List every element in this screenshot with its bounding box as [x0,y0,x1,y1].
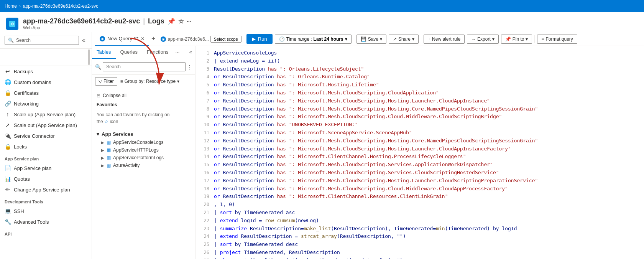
breadcrumb-home[interactable]: Home [5,3,17,9]
code-line: 9or ResultDescription has ": Microsoft.M… [196,113,644,121]
table-item-http-logs[interactable]: ▶ ▦ AppServiceHTTPLogs [92,146,195,154]
sidebar-item-app-service-plan[interactable]: 📄 App Service plan [0,163,92,173]
tab-functions[interactable]: Functions [142,46,173,59]
sidebar-item-scale-up[interactable]: ↑ Scale up (App Service plan) [0,109,92,120]
filter-button[interactable]: ▽ Filter [95,77,117,86]
pin-icon[interactable]: 📌 [168,18,175,25]
line-content: or ResultDescription has ": Microsoft.Me… [214,113,502,121]
line-number: 19 [199,193,209,200]
collapse-all-button[interactable]: ⊟ Collapse all [92,91,131,100]
line-number: 6 [199,89,209,97]
tab-tables[interactable]: Tables [92,46,116,59]
line-content: or ResultDescription has ": Microsoft.Sc… [214,129,412,137]
add-tab-button[interactable]: + [149,35,158,43]
sidebar-item-advanced-tools[interactable]: 🔧 Advanced Tools [0,216,92,227]
app-service-plan-icon: 📄 [5,165,11,171]
sidebar-search-box[interactable]: 🔍 Search [5,36,79,45]
code-line: 5or ResultDescription has ": Microsoft.H… [196,81,644,89]
sidebar-item-custom-domains[interactable]: 🌐 Custom domains [0,77,92,87]
table-icon: ▦ [107,163,111,168]
share-icon: ↗ [393,36,397,42]
table-item-azure-activity[interactable]: ▶ ▦ AzureActivity [92,162,195,169]
line-number: 13 [199,145,209,153]
panel-search-input[interactable] [103,62,186,71]
breadcrumb: Home › app-ma-276dc3e69e614cb2-eu2-svc [5,3,98,9]
table-item-platform-logs[interactable]: ▶ ▦ AppServicePlatformLogs [92,154,195,162]
time-range-button[interactable]: 🕐 Time range : Last 24 hours ▾ [275,35,352,44]
app-services-section: ▾ App Services ▶ ▦ AppServiceConsoleLogs… [92,128,195,171]
code-line: 2| extend newLog = iif( [196,57,644,65]
line-number: 21 [199,209,209,216]
line-content: or ResultDescription has ": Orleans.Runt… [214,73,370,81]
tab-queries[interactable]: Queries [116,46,143,59]
code-line: 22| extend logId = row_cumsum(newLog) [196,217,644,225]
sidebar-item-scale-out[interactable]: ↗ Scale out (App Service plan) [0,120,92,130]
sidebar-item-ssh[interactable]: 💻 SSH [0,206,92,216]
panel-tabs: Tables Queries Functions ··· « [92,46,195,59]
more-options-icon[interactable]: ··· [187,18,191,25]
certificates-icon: 🔒 [5,90,11,96]
sidebar-item-certificates[interactable]: 🔒 Certificates [0,87,92,98]
select-scope-button[interactable]: Select scope [210,36,242,43]
pin-to-button[interactable]: 📌 Pin to ▾ [501,35,532,44]
star-icon[interactable]: ☆ [178,18,184,25]
save-button[interactable]: 💾 Save ▾ [356,35,386,44]
collapse-all-icon: ⊟ [97,93,100,98]
code-line: 19or ResultDescription has ": Microsoft.… [196,193,644,201]
line-content: or ResultDescription has "UNOBSERVED EXC… [214,121,358,129]
code-line: 25| sort by TimeGenerated desc [196,241,644,249]
app-services-collapse-icon: ▾ [97,131,99,137]
code-line: 23| summarize ResultDescription=make_lis… [196,225,644,233]
line-content: ResultDescription has ": Orleans.Lifecyc… [214,65,364,73]
toolbar-divider-4 [534,35,535,43]
panel-filter-bar: ▽ Filter ≡ Group by: Resource type ▾ [92,75,195,88]
svg-text:⚙: ⚙ [11,22,14,26]
line-content: or ResultDescription has ": Microsoft.Me… [214,161,493,169]
line-content: or ResultDescription has ": Microsoft.Ho… [214,81,379,89]
favorites-star-icon: ☆ [104,119,110,124]
code-line: 12or ResultDescription has ": Microsoft.… [196,137,644,145]
panel-search-more-icon[interactable]: ⋮ [187,64,192,70]
line-content: | sort by TimeGenerated asc [214,209,295,217]
panel-tab-more-icon[interactable]: ··· [173,46,182,59]
line-number: 1 [199,49,209,57]
sidebar-item-change-app-service-plan[interactable]: ✏ Change App Service plan [0,184,92,195]
format-query-button[interactable]: ≡ Format query [537,35,577,44]
sidebar-collapse-button[interactable]: « [80,35,87,45]
tab-close-button[interactable]: ✕ [141,36,145,41]
time-range-chevron-icon: ▾ [345,36,347,42]
line-content: or ResultDescription has ": Microsoft.Me… [214,169,499,177]
code-line: 24| extend ResultDescription = strcat_ar… [196,233,644,241]
sidebar-item-networking[interactable]: 🔗 Networking [0,98,92,109]
panel-collapse-icon[interactable]: « [186,46,195,59]
new-alert-button[interactable]: + New alert rule [424,35,465,44]
sidebar-item-backups[interactable]: ↩ Backups [0,66,92,77]
share-button[interactable]: ↗ Share ▾ [389,35,419,44]
export-button[interactable]: → Export ▾ [467,35,499,44]
line-content: | extend ResultDescription = strcat_arra… [214,233,406,241]
line-content: | sort by TimeGenerated desc [214,241,298,249]
table-expand-icon: ▶ [101,156,104,160]
line-number: 5 [199,81,209,89]
group-by-chevron-icon: ▾ [177,79,179,84]
line-number: 22 [199,217,209,224]
line-content: | where not (ResultDescription has "Broa… [214,257,403,259]
query-tab-1[interactable]: ◉ New Query 1* ✕ [95,32,149,46]
sidebar-item-service-connector[interactable]: 🔌 Service Connector [0,130,92,141]
code-line: 13or ResultDescription has ": Microsoft.… [196,145,644,153]
sidebar-item-quotas[interactable]: 📊 Quotas [0,173,92,184]
table-item-console-logs[interactable]: ▶ ▦ AppServiceConsoleLogs [92,139,195,146]
run-button[interactable]: ▶ Run [246,34,273,44]
code-editor[interactable]: 1AppServiceConsoleLogs2| extend newLog =… [196,46,644,259]
table-expand-icon: ▶ [101,148,104,152]
line-number: 8 [199,106,209,113]
code-line: 4or ResultDescription has ": Orleans.Run… [196,73,644,81]
export-icon: → [471,36,476,42]
filter-icon: ▽ [99,79,102,84]
sidebar-item-locks[interactable]: 🔒 Locks [0,141,92,152]
group-by-button[interactable]: ≡ Group by: Resource type ▾ [120,79,179,84]
scope-icon: ◉ [161,36,166,42]
app-services-header[interactable]: ▾ App Services [92,130,195,139]
code-line: 16or ResultDescription has ": Microsoft.… [196,169,644,177]
page-header: ⚙ app-ma-276dc3e69e614cb2-eu2-svc | Logs… [0,12,644,32]
